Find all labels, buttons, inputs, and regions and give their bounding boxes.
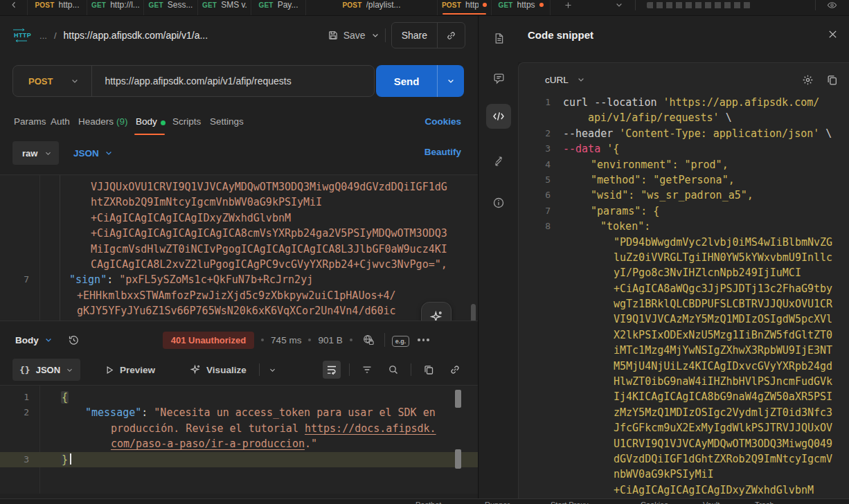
statusbar-item[interactable]: Start Proxy xyxy=(551,501,588,504)
statusbar-item[interactable]: Cookies xyxy=(641,501,668,504)
chevron-down-icon xyxy=(44,336,53,344)
send-button[interactable]: Send xyxy=(376,75,437,87)
status-badge[interactable]: 401 Unauthorized xyxy=(163,332,254,349)
search-button[interactable] xyxy=(384,361,402,379)
code-line: M5MjU4NjUiLz4KICAgIDxvcGVyYXRpb24gd xyxy=(519,359,849,374)
link-icon xyxy=(446,30,456,41)
body-format-dropdown[interactable]: raw xyxy=(12,141,59,165)
search-icon xyxy=(388,364,399,375)
statusbar-item[interactable]: Runner xyxy=(485,501,510,504)
code-line: dGVzdDQiIGF1dGhtZXRob2Q9ImNtcyIgcmV xyxy=(519,451,849,467)
close-panel-button[interactable] xyxy=(828,29,838,39)
request-title[interactable]: https://app.afipsdk.com/api/v1/a... xyxy=(64,30,208,41)
code-snippet-button[interactable] xyxy=(486,104,511,129)
tab-params[interactable]: Params xyxy=(14,116,46,127)
code-line: iMTc1Mzg4MjYwNSIgZXhwX3RpbWU9IjE3NT xyxy=(519,343,849,358)
tab-auth[interactable]: Auth xyxy=(51,116,70,127)
curl-code[interactable]: 1curl --location 'https://app.afipsdk.co… xyxy=(519,95,849,498)
swap-arrows-icon xyxy=(493,156,504,167)
response-time[interactable]: 745 ms xyxy=(271,335,301,345)
sparkle-icon xyxy=(429,310,443,321)
code-line: U1CRVI9Q1VJVCAyMDQwOTM3ODQ3MiwgQ049 xyxy=(519,436,849,451)
request-tab-2[interactable]: GEThttp://l... xyxy=(87,0,144,15)
save-options-button[interactable] xyxy=(371,31,379,39)
response-size[interactable]: 901 B xyxy=(318,335,342,345)
play-icon xyxy=(104,365,114,375)
beautify-link[interactable]: Beautify xyxy=(424,147,461,157)
request-tab-3[interactable]: GETSess... xyxy=(144,0,198,15)
request-body-wrapped-lines: VJJQUxOVU1CRVI9Q1VJVCAyMDQwOTM3ODQ3MiwgQ… xyxy=(0,175,478,272)
word-wrap-icon xyxy=(326,364,337,375)
request-tab-1[interactable]: POSThttp... xyxy=(28,0,87,15)
plus-icon xyxy=(564,1,573,10)
info-button[interactable] xyxy=(486,190,511,215)
preview-button[interactable]: Preview xyxy=(104,365,155,375)
new-tab-button[interactable] xyxy=(556,0,580,15)
send-options-button[interactable] xyxy=(438,77,464,85)
visualize-button[interactable]: Visualize xyxy=(190,364,247,375)
tab-settings[interactable]: Settings xyxy=(210,116,244,127)
response-history-button[interactable] xyxy=(68,334,80,346)
documentation-icon xyxy=(493,33,505,44)
statusbar-item[interactable]: Postbot xyxy=(415,501,441,504)
request-tab-7-active[interactable]: POSThttp... xyxy=(438,0,492,15)
response-body-editor[interactable]: 1 { 2 "message": "Necesita un access_tok… xyxy=(0,385,478,494)
body-language-dropdown[interactable]: JSON xyxy=(68,141,118,165)
response-more-options-button[interactable] xyxy=(418,339,429,341)
request-tab-8[interactable]: GEThttps xyxy=(492,0,551,15)
statusbar-item[interactable]: Trash xyxy=(755,501,774,504)
related-requests-button[interactable] xyxy=(486,149,511,174)
environment-quick-look-button[interactable] xyxy=(820,0,843,15)
tab-options-button[interactable] xyxy=(607,0,631,15)
response-link[interactable]: https://docs.afipsdk. xyxy=(305,422,436,435)
share-button[interactable]: Share xyxy=(392,30,437,41)
method-selector[interactable]: POST xyxy=(13,66,91,96)
editor-scrollbar[interactable] xyxy=(455,390,461,408)
code-line: wgTz1BRklQLCBDPUFSLCBTRVJJQUxOVU1CR xyxy=(519,296,849,312)
snippet-settings-button[interactable] xyxy=(802,74,814,86)
breadcrumb-collapsed[interactable]: ... xyxy=(39,30,47,41)
environment-selector[interactable] xyxy=(647,2,751,8)
code-line: X2lkPSIxODExNzU5Mzg1IiBnZW5fdGltZT0 xyxy=(519,327,849,343)
snippet-language-dropdown[interactable]: cURL xyxy=(545,75,585,85)
copy-snippet-button[interactable] xyxy=(826,74,838,86)
word-wrap-button[interactable] xyxy=(323,361,341,379)
code-line: yI/Pgo8c3NvIHZlcnNpb249IjIuMCI xyxy=(519,265,849,280)
request-tab-4[interactable]: GETSMS v... xyxy=(198,0,251,15)
request-tab-6[interactable]: POST/playlist... xyxy=(306,0,438,15)
collapse-sidebar-button[interactable] xyxy=(0,0,28,15)
visualize-options-button[interactable] xyxy=(264,361,282,379)
tab-scripts[interactable]: Scripts xyxy=(172,116,201,127)
copy-link-button[interactable] xyxy=(438,30,465,41)
link-icon xyxy=(449,364,461,375)
response-view-dropdown[interactable]: Body xyxy=(15,335,53,345)
statusbar-item[interactable]: Vault xyxy=(703,501,720,504)
code-line: zMzY5MzQ1MDIzOSIgc2VydmljZT0id3Nfc3 xyxy=(519,405,849,420)
copy-response-button[interactable] xyxy=(420,361,438,379)
code-line: +EHHkmlbxxSTWAmfozPzwJizXjd5c9zXbkpyw2ui… xyxy=(0,288,478,303)
url-input[interactable]: https://app.afipsdk.com/api/v1/afip/requ… xyxy=(92,75,291,87)
tab-headers[interactable]: Headers(9) xyxy=(78,116,128,127)
code-line: api/v1/afip/requests' \ xyxy=(519,110,849,125)
breadcrumb-separator: / xyxy=(54,30,57,41)
request-tab-5[interactable]: GETPay... xyxy=(251,0,306,15)
share-response-button[interactable] xyxy=(446,361,464,379)
code-line: producción. Revise el tutorial https://d… xyxy=(0,421,478,436)
request-body-editor[interactable]: VJJQUxOVU1CRVI9Q1VJVCAyMDQwOTM3ODQ3MiwgQ… xyxy=(0,174,478,321)
response-format-dropdown[interactable]: {} JSON xyxy=(12,359,80,381)
cookies-link[interactable]: Cookies xyxy=(424,116,461,127)
filter-button[interactable] xyxy=(358,361,376,379)
comments-button[interactable] xyxy=(486,66,511,91)
body-format-row: raw JSON Beautify xyxy=(0,141,478,169)
tab-body[interactable]: Body xyxy=(136,116,157,127)
code-line: VJJQUxOVU1CRVI9Q1VJVCAyMDQwOTM3ODQ3MiwgQ… xyxy=(0,179,478,195)
separator-dot xyxy=(308,339,311,341)
editor-scrollbar[interactable] xyxy=(471,304,476,321)
response-link[interactable]: com/paso-a-paso/ir-a-produccion xyxy=(111,438,305,450)
save-button[interactable]: Save xyxy=(328,30,366,41)
documentation-button[interactable] xyxy=(486,26,511,51)
globe-lock-icon xyxy=(362,334,375,346)
postbot-button[interactable] xyxy=(421,302,452,321)
network-info-button[interactable] xyxy=(362,334,375,346)
save-as-example-button[interactable]: e.g. xyxy=(392,335,410,345)
